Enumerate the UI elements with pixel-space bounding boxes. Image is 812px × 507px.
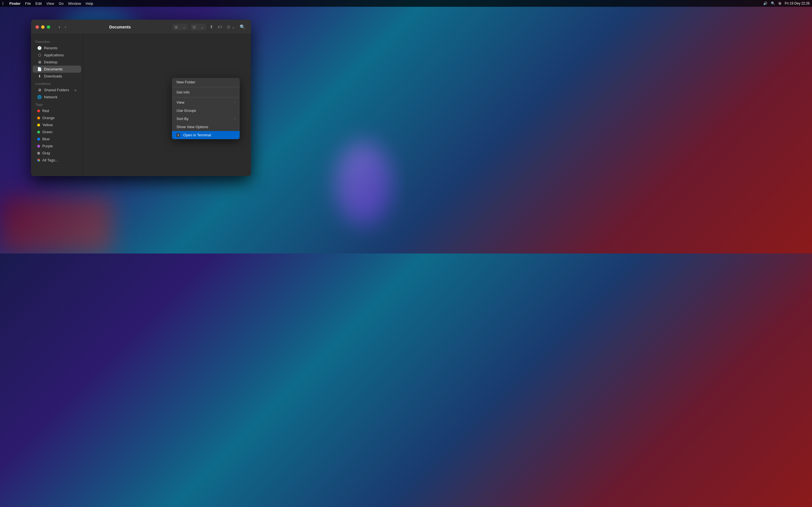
locations-label: Locations <box>31 80 83 87</box>
sidebar-item-tag-blue-label: Blue <box>42 137 50 141</box>
sidebar-item-tag-purple[interactable]: Purple <box>33 143 81 150</box>
sidebar-item-tag-yellow-label: Yellow <box>42 123 53 127</box>
sidebar-item-documents[interactable]: 📄 Documents <box>33 66 81 73</box>
use-groups-label: Use Groups <box>176 108 196 113</box>
context-menu-sort-by[interactable]: Sort By › <box>172 115 240 123</box>
context-menu-view[interactable]: View › <box>172 98 240 107</box>
sidebar-item-shared-folders[interactable]: 🖥 Shared Folders ⏏ <box>33 87 81 94</box>
sidebar-item-tag-red-label: Red <box>42 109 49 113</box>
menu-edit[interactable]: Edit <box>36 1 42 6</box>
context-menu-get-info[interactable]: Get Info <box>172 88 240 96</box>
network-icon: 🌐 <box>37 95 42 99</box>
menu-bar-app-name[interactable]: Finder <box>9 1 20 6</box>
window-title: Documents <box>71 25 169 29</box>
open-in-terminal-label: Open in Terminal <box>183 133 211 137</box>
menu-bar-left:  Finder File Edit View Go Window Help <box>2 1 93 6</box>
sidebar-item-downloads[interactable]: ⬇ Downloads <box>33 73 81 80</box>
context-menu-open-in-terminal[interactable]: $ Open in Terminal <box>172 131 240 139</box>
sidebar-item-recents[interactable]: 🕐 Recents <box>33 45 81 52</box>
sidebar-item-tag-orange[interactable]: Orange <box>33 114 81 121</box>
close-button[interactable] <box>36 25 39 29</box>
sidebar-item-network[interactable]: 🌐 Network <box>33 94 81 101</box>
maximize-button[interactable] <box>47 25 50 29</box>
menu-file[interactable]: File <box>25 1 31 6</box>
menu-bar:  Finder File Edit View Go Window Help 🔊… <box>0 0 406 7</box>
tag-dot-green <box>37 131 40 133</box>
favorites-label: Favorites <box>31 38 83 45</box>
forward-button[interactable]: › <box>63 24 68 30</box>
sidebar-item-network-label: Network <box>44 95 57 99</box>
sidebar-item-tag-gray-label: Gray <box>42 151 50 155</box>
traffic-lights <box>36 25 50 29</box>
all-tags-icon <box>37 159 40 162</box>
recents-icon: 🕐 <box>37 46 42 50</box>
list-view-button[interactable]: ⌄ <box>198 24 206 31</box>
sidebar-item-recents-label: Recents <box>44 46 57 50</box>
tags-label: Tags <box>31 101 83 107</box>
sidebar-item-applications-label: Applications <box>44 53 64 57</box>
view-mode-switcher: ⊟ ⌄ <box>190 24 206 31</box>
sidebar-item-documents-label: Documents <box>44 67 63 71</box>
tag-dot-orange <box>37 117 40 119</box>
grid-view-button[interactable]: ⊟ <box>190 24 198 31</box>
tag-dot-yellow <box>37 124 40 126</box>
new-folder-label: New Folder <box>176 80 195 84</box>
minimize-button[interactable] <box>41 25 45 29</box>
sidebar-item-tag-blue[interactable]: Blue <box>33 135 81 143</box>
sidebar-item-all-tags-label: All Tags... <box>42 158 58 162</box>
nav-buttons: ‹ › <box>57 24 68 30</box>
sidebar-item-tag-green[interactable]: Green <box>33 128 81 135</box>
sort-by-label: Sort By <box>176 117 189 121</box>
sidebar-item-desktop-label: Desktop <box>44 60 57 64</box>
sidebar-item-downloads-label: Downloads <box>44 74 62 78</box>
sidebar-item-tag-green-label: Green <box>42 130 52 134</box>
menu-go[interactable]: Go <box>59 1 63 6</box>
terminal-icon: $ <box>176 133 180 137</box>
eject-icon[interactable]: ⏏ <box>74 89 77 92</box>
get-info-label: Get Info <box>176 90 190 94</box>
toolbar-right: ⊞ ⌄ ⊟ ⌄ ⬆ 🏷 ⊙ ⌄ 🔍 <box>172 23 246 31</box>
tag-dot-purple <box>37 145 40 148</box>
open-in-terminal-content: $ Open in Terminal <box>176 133 211 137</box>
applications-icon: ⬡ <box>37 53 42 57</box>
title-bar: ‹ › Documents ⊞ ⌄ ⊟ ⌄ ⬆ 🏷 ⊙ ⌄ 🔍 <box>31 20 251 34</box>
sidebar-item-tag-red[interactable]: Red <box>33 107 81 114</box>
view-label: View <box>176 100 185 105</box>
back-button[interactable]: ‹ <box>57 24 62 30</box>
context-menu-use-groups[interactable]: Use Groups <box>172 107 240 115</box>
sidebar-item-all-tags[interactable]: All Tags... <box>33 157 81 164</box>
tag-dot-blue <box>37 138 40 140</box>
apple-menu[interactable]:  <box>2 1 4 6</box>
view-switcher: ⊞ ⌄ <box>172 24 188 31</box>
sort-by-arrow-icon: › <box>234 117 235 120</box>
sidebar-item-tag-yellow[interactable]: Yellow <box>33 121 81 128</box>
view-options-button[interactable]: ⌄ <box>180 24 188 31</box>
separator-2 <box>172 97 240 98</box>
sidebar-item-tag-orange-label: Orange <box>42 116 54 120</box>
sidebar-item-desktop[interactable]: 🖥 Desktop <box>33 59 81 66</box>
tag-button[interactable]: 🏷 <box>216 23 223 31</box>
shared-folders-icon: 🖥 <box>37 88 42 92</box>
sidebar-item-shared-folders-label: Shared Folders <box>44 88 69 92</box>
menu-view[interactable]: View <box>46 1 54 6</box>
sidebar-item-applications[interactable]: ⬡ Applications <box>33 52 81 59</box>
main-content[interactable]: New Folder Get Info View › Use Groups So… <box>83 34 251 176</box>
context-menu-show-view-options[interactable]: Show View Options <box>172 123 240 131</box>
view-arrow-icon: › <box>234 101 235 104</box>
context-menu-new-folder[interactable]: New Folder <box>172 78 240 86</box>
share-button[interactable]: ⬆ <box>208 23 214 31</box>
sidebar-item-tag-purple-label: Purple <box>42 144 53 148</box>
icon-view-button[interactable]: ⊞ <box>172 24 180 31</box>
desktop-icon: 🖥 <box>37 60 42 64</box>
menu-window[interactable]: Window <box>68 1 81 6</box>
sidebar-item-tag-gray[interactable]: Gray <box>33 150 81 157</box>
action-button[interactable]: ⊙ ⌄ <box>225 23 236 31</box>
sidebar: Favorites 🕐 Recents ⬡ Applications 🖥 Des… <box>31 34 83 176</box>
finder-window: ‹ › Documents ⊞ ⌄ ⊟ ⌄ ⬆ 🏷 ⊙ ⌄ 🔍 Favorite… <box>31 20 251 176</box>
tag-dot-red <box>37 110 40 112</box>
tag-dot-gray <box>37 152 40 155</box>
downloads-icon: ⬇ <box>37 74 42 78</box>
menu-help[interactable]: Help <box>86 1 93 6</box>
search-button[interactable]: 🔍 <box>239 23 246 31</box>
context-menu: New Folder Get Info View › Use Groups So… <box>172 78 240 139</box>
